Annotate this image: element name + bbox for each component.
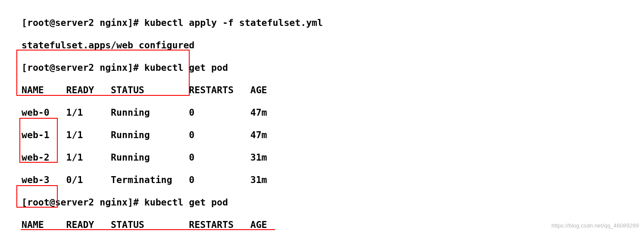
cmd-line-getpod-1: [root@server2 nginx]# kubectl get pod <box>22 62 323 73</box>
pod-row: web-2 1/1 Running 0 31m <box>22 152 323 163</box>
terminal-output[interactable]: [root@server2 nginx]# kubectl apply -f s… <box>22 6 323 240</box>
command: kubectl get pod <box>144 62 228 73</box>
prompt: [root@server2 nginx]# <box>22 17 144 28</box>
apply-result: statefulset.apps/web configured <box>22 40 323 51</box>
cmd-line-apply: [root@server2 nginx]# kubectl apply -f s… <box>22 17 323 28</box>
table-header-1: NAME READY STATUS RESTARTS AGE <box>22 85 323 96</box>
cmd-line-getpod-2: [root@server2 nginx]# kubectl get pod <box>22 197 323 208</box>
command: kubectl apply -f statefulset.yml <box>144 17 323 28</box>
pod-row: web-3 0/1 Terminating 0 31m <box>22 174 323 186</box>
table-header-2: NAME READY STATUS RESTARTS AGE <box>22 219 323 231</box>
pod-row: web-1 1/1 Running 0 47m <box>22 129 323 141</box>
command: kubectl get pod <box>144 197 228 208</box>
prompt: [root@server2 nginx]# <box>22 62 144 73</box>
prompt: [root@server2 nginx]# <box>22 197 144 208</box>
watermark-text: https://blog.csdn.net/qq_46089299 <box>551 220 639 231</box>
pod-row: web-0 1/1 Running 0 47m <box>22 107 323 118</box>
